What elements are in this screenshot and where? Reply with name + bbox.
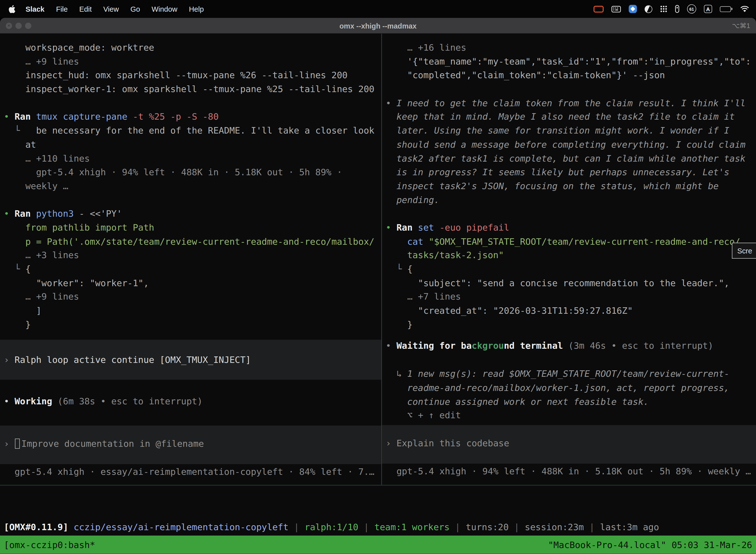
mailbox-message-line: ↳ 1 new msg(s): read $OMX_TEAM_STATE_ROO… (386, 367, 756, 381)
tmux-host-time: "MacBook-Pro-44.local" 05:03 31-Mar-26 (548, 540, 752, 550)
edit-hint-line: ⌥ + ↑ edit (386, 409, 756, 423)
shortcuts-icon[interactable] (629, 5, 637, 13)
output-line: ] (4, 304, 381, 318)
circle-app-icon[interactable] (645, 5, 652, 13)
tmux-session-window: [omx-cczip0:bash* (4, 540, 95, 550)
minimize-button[interactable] (15, 22, 21, 29)
ran-command-line: • Ran tmux capture-pane -t %25 -p -S -80 (4, 110, 381, 124)
omx-status-line: [OMX#0.11.9] cczip/essay/ai-reimplementa… (4, 521, 756, 535)
blank-line (386, 207, 756, 221)
close-button[interactable]: × (6, 22, 12, 29)
pane-footer: gpt-5.4 xhigh · essay/ai-reimplementatio… (4, 465, 381, 479)
pane-footer: gpt-5.4 xhigh · 94% left · 488K in · 5.1… (386, 464, 756, 478)
config-line: inspect_hud: omx sparkshell --tmux-pane … (4, 69, 381, 82)
ran-command-line: • Ran set -euo pipefail (386, 221, 756, 235)
app-menu-slack[interactable]: Slack (20, 5, 50, 13)
screen: Slack FileEditViewGoWindowHelp 61 A (0, 0, 756, 554)
thinking-line: is in progress? It seems likely but perh… (386, 166, 756, 179)
prompt-input[interactable]: › Explain this codebase (382, 425, 756, 463)
window-title: omx --xhigh --madmax (0, 21, 756, 30)
output-line: '{"team_name":"my-team","task_id":"1","f… (386, 55, 756, 69)
thinking-line: task2 after task1 is complete, but can I… (386, 152, 756, 166)
output-line: "created_at": "2026-03-31T11:59:27.816Z" (386, 304, 756, 318)
dots-grid-icon[interactable] (660, 5, 667, 12)
menubar-status-icons: 61 A (593, 4, 749, 13)
output-line: … +110 lines (4, 152, 381, 166)
menu-view[interactable]: View (98, 5, 125, 13)
blank-line (386, 82, 756, 97)
config-line: inspect_worker-1: omx sparkshell --tmux-… (4, 82, 381, 97)
code-line: p = Path('.omx/state/team/review-current… (4, 235, 381, 249)
command-line: cat "$OMX_TEAM_STATE_ROOT/team/review-cu… (386, 235, 756, 249)
thinking-line: • I need to get the claim token from the… (386, 96, 756, 110)
mailbox-message-line: readme-and-reco/mailbox/worker-1.json, a… (386, 381, 756, 395)
thinking-line: keep that in mind. Maybe I also need the… (386, 110, 756, 124)
battery-icon[interactable] (720, 6, 733, 12)
waiting-status-line: • Waiting for background terminal (3m 46… (386, 339, 756, 353)
output-line: weekly … (4, 179, 381, 193)
menu-help[interactable]: Help (183, 5, 209, 13)
output-line: └ be necessary for the end of the README… (4, 124, 381, 138)
battery-percent-icon[interactable]: 61 (687, 4, 696, 13)
menu-list: FileEditViewGoWindowHelp (50, 5, 209, 13)
window-titlebar[interactable]: × omx --xhigh --madmax ⌥⌘1 (0, 18, 756, 34)
screen-recording-icon[interactable] (593, 5, 604, 12)
code-line: … +3 lines (4, 249, 381, 263)
thinking-line: later. Using the same for transition mig… (386, 124, 756, 138)
output-line: at (4, 138, 381, 152)
apple-menu[interactable] (9, 4, 16, 13)
ran-command-line: • Ran python3 - <<'PY' (4, 207, 381, 221)
key-icon[interactable] (675, 5, 679, 13)
output-line: "completed","claim_token":"claim-token"}… (386, 69, 756, 82)
working-status-line: • Working (6m 38s • esc to interrupt) (4, 395, 381, 408)
tmux-status-bar: [omx-cczip0:bash* "MacBook-Pro-44.local"… (0, 536, 756, 554)
blank-line (4, 96, 381, 110)
output-line: … +7 lines (386, 290, 756, 304)
output-line: └ { (4, 262, 381, 276)
ralph-loop-notice: › Ralph loop active continue [OMX_TMUX_I… (0, 340, 381, 380)
menubar-menus: Slack FileEditViewGoWindowHelp (9, 4, 209, 13)
window-shortcut-hint: ⌥⌘1 (732, 21, 750, 29)
thinking-line: should send a message before completing … (386, 138, 756, 152)
output-line: } (386, 318, 756, 332)
menu-go[interactable]: Go (125, 5, 146, 13)
output-line: } (4, 318, 381, 332)
code-line: from pathlib import Path (4, 221, 381, 235)
thinking-line: inspect task2's JSON, focusing on the st… (386, 179, 756, 193)
omx-hud: [OMX#0.11.9] cczip/essay/ai-reimplementa… (0, 485, 756, 536)
input-source-icon[interactable]: A (704, 5, 712, 13)
menubar: Slack FileEditViewGoWindowHelp 61 A (0, 0, 756, 18)
output-line: … +16 lines (386, 41, 756, 55)
block-cursor (15, 439, 20, 449)
output-line: "worker": "worker-1", (4, 276, 381, 290)
config-line: … +9 lines (4, 55, 381, 69)
menu-window[interactable]: Window (146, 5, 183, 13)
keyboard-icon[interactable] (611, 5, 621, 12)
blank-line (4, 193, 381, 207)
clipped-tooltip: Scre (732, 243, 756, 259)
menu-file[interactable]: File (50, 5, 74, 13)
output-line: "subject": "send a concise recommendatio… (386, 276, 756, 290)
terminal-window: × omx --xhigh --madmax ⌥⌘1 workspace_mod… (0, 18, 756, 554)
output-line: gpt-5.4 xhigh · 94% left · 488K in · 5.1… (4, 166, 381, 179)
menu-edit[interactable]: Edit (73, 5, 98, 13)
mailbox-message-line: continue assigned work or next feasible … (386, 395, 756, 409)
config-line: workspace_mode: worktree (4, 41, 381, 55)
prompt-input[interactable]: › Improve documentation in @filename (0, 426, 381, 464)
traffic-lights: × (6, 22, 31, 29)
output-line: … +9 lines (4, 290, 381, 304)
zoom-button[interactable] (25, 22, 31, 29)
tmux-pane-left[interactable]: workspace_mode: worktree … +9 lines insp… (0, 34, 381, 485)
tmux-pane-right[interactable]: … +16 lines '{"team_name":"my-team","tas… (382, 34, 756, 485)
terminal-content: workspace_mode: worktree … +9 lines insp… (0, 34, 756, 485)
apple-logo-icon (9, 4, 16, 13)
thinking-line: pending. (386, 193, 756, 207)
wifi-icon[interactable] (740, 5, 749, 12)
output-line: └ { (386, 262, 756, 276)
command-line: tasks/task-2.json" (386, 249, 756, 263)
